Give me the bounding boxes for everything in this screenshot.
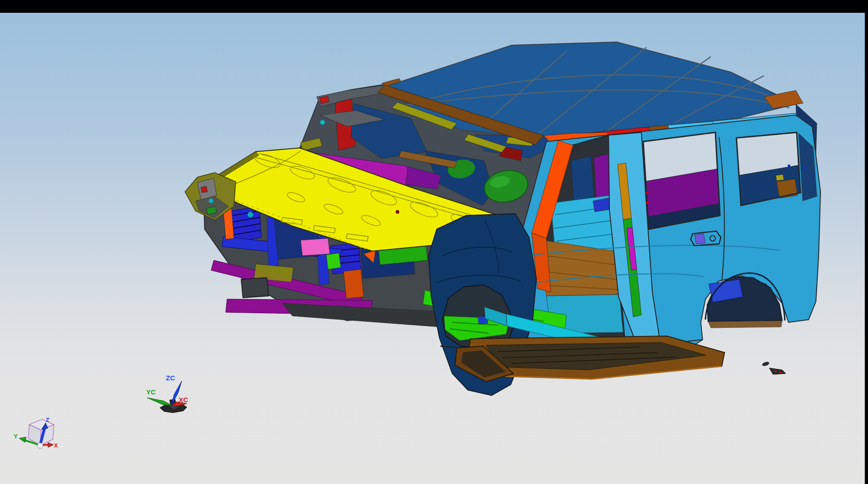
- hood-latch-dot[interactable]: [396, 210, 399, 214]
- rear-bottom-brown[interactable]: [708, 321, 782, 328]
- view-y-label[interactable]: Y: [14, 433, 18, 440]
- scene-svg: ZCYCXC ZYX: [0, 0, 868, 484]
- view-z-label[interactable]: Z: [46, 416, 49, 423]
- wcs-xc-label[interactable]: XC: [179, 396, 188, 404]
- fs-teal-dot[interactable]: [248, 212, 253, 217]
- debris-small-part[interactable]: [762, 361, 770, 367]
- quarter-window-olive[interactable]: [776, 174, 784, 181]
- wcs-yc-arrow[interactable]: [147, 398, 172, 405]
- wcs-yc-label[interactable]: YC: [146, 388, 156, 396]
- fender-tip-teal[interactable]: [209, 199, 213, 203]
- view-triad[interactable]: ZYX: [14, 416, 58, 449]
- fs-green-1[interactable]: [326, 253, 341, 269]
- door-handle-blue[interactable]: [694, 234, 705, 244]
- int-cyan-dot[interactable]: [320, 120, 325, 125]
- debris-red-dot-1[interactable]: [775, 370, 777, 372]
- car-model[interactable]: [185, 42, 820, 395]
- fender-tip-red[interactable]: [201, 186, 207, 193]
- view-y-arrowhead[interactable]: [19, 437, 26, 442]
- fs-pink[interactable]: [301, 238, 330, 256]
- view-x-label[interactable]: X: [54, 442, 58, 449]
- view-x-arrowhead[interactable]: [48, 442, 53, 447]
- fs-orange-strip-2[interactable]: [344, 269, 364, 299]
- wcs-zc-label[interactable]: ZC: [166, 374, 175, 382]
- debris-bracket[interactable]: [769, 368, 786, 374]
- tow-bracket[interactable]: [241, 278, 269, 298]
- rearpillar-blue-dot-2[interactable]: [804, 167, 806, 169]
- debris-parts[interactable]: [762, 361, 786, 374]
- rear-window-red-dot-2[interactable]: [646, 201, 649, 204]
- fdo-dkblue-panel[interactable]: [571, 156, 594, 202]
- view-origin-sphere-highlight[interactable]: [38, 443, 40, 445]
- rearpillar-blue-dot-1[interactable]: [788, 164, 790, 167]
- view-origin-sphere[interactable]: [37, 443, 43, 448]
- debris-red-dot-2[interactable]: [779, 371, 781, 373]
- rear-window-red-dot-1[interactable]: [646, 191, 648, 194]
- wcs-triad[interactable]: ZCYCXC: [146, 374, 188, 413]
- right-window-bar: [865, 0, 868, 484]
- top-window-bar: [0, 0, 868, 13]
